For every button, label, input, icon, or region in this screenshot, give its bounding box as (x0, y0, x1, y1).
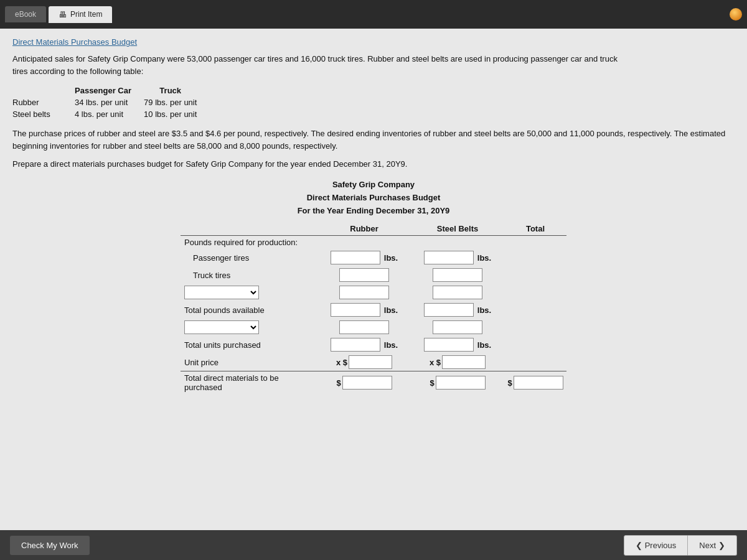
print-icon: 🖶 (59, 10, 67, 19)
mat-row-rubber: Rubber 34 lbs. per unit 79 lbs. per unit (12, 96, 209, 108)
total-direct-steel-wrap: $ (413, 376, 502, 390)
row-passenger-tires: Passenger tires lbs. lbs. (181, 249, 566, 266)
cell-available-rubber: lbs. (317, 301, 411, 319)
label-total-purchased: Total units purchased (181, 336, 317, 353)
total-direct-steel-input[interactable] (436, 376, 486, 390)
dropdown1-rubber-wrap (320, 286, 408, 299)
label-total-direct: Total direct materials to be purchased (181, 371, 317, 394)
uprice-rubber-input[interactable] (349, 355, 392, 369)
passenger-steel-unit: lbs. (477, 253, 491, 263)
total-direct-total-wrap: $ (507, 376, 564, 390)
cell-purchased-steel: lbs. (411, 336, 504, 353)
truck-rubber-input-wrap (320, 268, 408, 282)
passenger-steel-input-wrap: lbs. (413, 251, 502, 264)
cell-truck-total (504, 266, 566, 284)
row-total-purchased: Total units purchased lbs. lbs. (181, 336, 566, 353)
mat-col-truck: Truck (144, 85, 209, 96)
cell-truck-rubber (317, 266, 411, 284)
cell-purchased-total (504, 336, 566, 353)
budget-col-headers: Rubber Steel Belts Total (181, 222, 566, 236)
mat-row-steel: Steel belts 4 lbs. per unit 10 lbs. per … (12, 108, 209, 120)
cell-passenger-rubber: lbs. (317, 249, 411, 266)
dropdown1-steel-wrap (413, 286, 502, 299)
label-dropdown-1 (181, 284, 317, 301)
page-title: Direct Materials Purchases Budget (12, 37, 735, 47)
dropdown-select-2[interactable] (184, 320, 259, 334)
check-my-work-button[interactable]: Check My Work (10, 536, 90, 555)
cell-uprice-total (504, 353, 566, 371)
purchased-steel-input[interactable] (424, 338, 474, 352)
top-bar: eBook 🖶 Print Item (0, 0, 747, 29)
dropdown1-rubber-input[interactable] (339, 286, 389, 299)
cell-dropdown2-rubber (317, 319, 411, 336)
tab-print[interactable]: 🖶 Print Item (49, 6, 112, 23)
passenger-rubber-unit: lbs. (384, 253, 398, 263)
bottom-bar: Check My Work ❮ Previous Next ❯ (0, 530, 747, 560)
cell-passenger-total (504, 249, 566, 266)
uprice-rubber-wrap: x $ (320, 355, 408, 369)
budget-title-2: Direct Materials Purchases Budget (298, 192, 450, 205)
next-button[interactable]: Next ❯ (688, 535, 737, 556)
dropdown2-rubber-wrap (320, 320, 408, 334)
budget-header: Safety Grip Company Direct Materials Pur… (298, 179, 450, 217)
cell-truck-steel (411, 266, 504, 284)
uprice-rubber-x: x $ (336, 358, 347, 367)
row-truck-tires: Truck tires (181, 266, 566, 284)
dropdown2-steel-wrap (413, 320, 502, 334)
label-passenger-tires: Passenger tires (181, 249, 317, 266)
mat-label-steel: Steel belts (12, 108, 75, 120)
main-content: Direct Materials Purchases Budget Antici… (0, 29, 747, 530)
passenger-steel-input[interactable] (424, 251, 474, 264)
row-dropdown-1 (181, 284, 566, 301)
mat-steel-truck: 10 lbs. per unit (144, 108, 209, 120)
dropdown2-steel-input[interactable] (433, 320, 482, 334)
prepare-text: Prepare a direct materials purchases bud… (12, 159, 735, 169)
cell-dropdown1-total (504, 284, 566, 301)
purchased-steel-unit: lbs. (477, 340, 491, 350)
dropdown-select-1[interactable] (184, 286, 259, 299)
cell-dropdown2-total (504, 319, 566, 336)
row-unit-price: Unit price x $ x $ (181, 353, 566, 371)
available-rubber-wrap: lbs. (320, 303, 408, 317)
passenger-rubber-input-wrap: lbs. (320, 251, 408, 264)
available-rubber-input[interactable] (331, 303, 380, 317)
mat-col-passenger: Passenger Car (75, 85, 144, 96)
mat-steel-passenger: 4 lbs. per unit (75, 108, 144, 120)
previous-button[interactable]: ❮ Previous (624, 535, 688, 556)
truck-rubber-input[interactable] (339, 268, 389, 282)
mat-label-rubber: Rubber (12, 96, 75, 108)
budget-title-1: Safety Grip Company (298, 179, 450, 192)
total-direct-rubber-wrap: $ (320, 376, 408, 390)
dropdown1-steel-input[interactable] (433, 286, 482, 299)
top-bar-right (730, 8, 742, 21)
cell-available-steel: lbs. (411, 301, 504, 319)
col-total-header: Total (504, 222, 566, 236)
tab-ebook[interactable]: eBook (5, 6, 46, 22)
cell-total-direct-rubber: $ (317, 371, 411, 394)
purchased-rubber-input[interactable] (331, 338, 380, 352)
total-direct-total-input[interactable] (514, 376, 563, 390)
row-total-available: Total pounds available lbs. lbs. (181, 301, 566, 319)
purchased-rubber-wrap: lbs. (320, 338, 408, 352)
passenger-rubber-input[interactable] (331, 251, 380, 264)
total-direct-steel-dollar: $ (430, 378, 434, 388)
total-direct-total-dollar: $ (507, 378, 512, 388)
available-steel-input[interactable] (424, 303, 474, 317)
uprice-steel-wrap: x $ (413, 355, 502, 369)
cell-available-total (504, 301, 566, 319)
cell-dropdown1-steel (411, 284, 504, 301)
available-steel-wrap: lbs. (413, 303, 502, 317)
available-steel-unit: lbs. (477, 306, 491, 315)
cell-purchased-rubber: lbs. (317, 336, 411, 353)
col-rubber-header: Rubber (317, 222, 411, 236)
uprice-steel-input[interactable] (442, 355, 486, 369)
label-truck-tires: Truck tires (181, 266, 317, 284)
cell-passenger-steel: lbs. (411, 249, 504, 266)
truck-steel-input[interactable] (433, 268, 482, 282)
col-label-header (181, 222, 317, 236)
cell-uprice-steel: x $ (411, 353, 504, 371)
budget-title-3: For the Year Ending December 31, 20Y9 (298, 205, 450, 218)
total-direct-rubber-input[interactable] (342, 376, 392, 390)
dropdown2-rubber-input[interactable] (339, 320, 389, 334)
intro-text: Anticipated sales for Safety Grip Compan… (12, 53, 735, 77)
